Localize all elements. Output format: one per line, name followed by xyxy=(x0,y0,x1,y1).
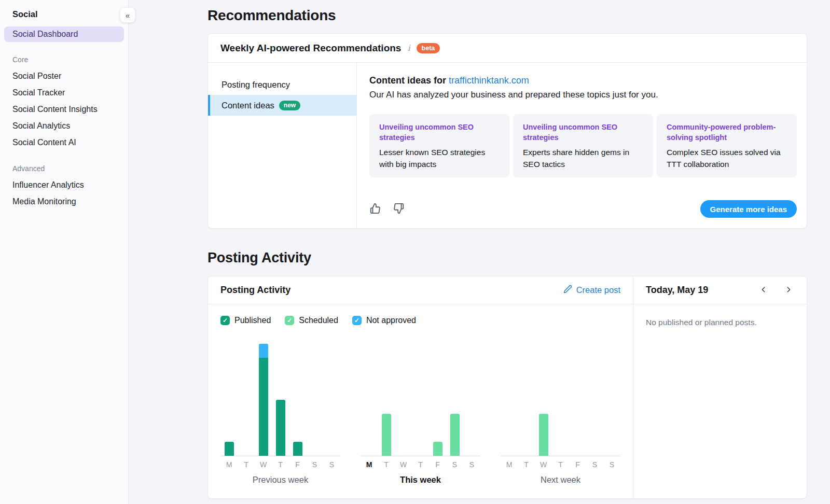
day-label: T xyxy=(378,460,395,469)
chart-day-column xyxy=(535,414,552,456)
week-label: This week xyxy=(361,475,480,485)
bar-segment-scheduled[interactable] xyxy=(382,414,391,456)
sidebar-title: Social xyxy=(0,9,128,26)
chart-day-column xyxy=(272,400,289,456)
today-panel-title: Today, May 19 xyxy=(646,285,708,296)
week-group: MTWTFSSThis week xyxy=(361,338,480,485)
day-label: S xyxy=(603,460,620,469)
bar-segment-published[interactable] xyxy=(259,358,268,456)
sidebar-item-social-content-ai[interactable]: Social Content AI xyxy=(0,134,128,151)
content-ideas-heading: Content ideas for trafficthinktank.com xyxy=(369,75,797,86)
new-badge: new xyxy=(279,101,300,110)
collapse-chevrons-icon: « xyxy=(126,11,130,20)
day-label: M xyxy=(220,460,238,469)
chart-day-column xyxy=(220,442,238,456)
idea-card-body: Experts share hidden gems in SEO tactics xyxy=(523,146,643,171)
chevron-left-icon[interactable] xyxy=(758,284,769,297)
day-label: T xyxy=(238,460,255,469)
sidebar-item-social-poster[interactable]: Social Poster xyxy=(0,68,128,85)
idea-card[interactable]: Unveiling uncommon SEO strategies Lesser… xyxy=(369,114,509,177)
weekly-card-title: Weekly AI-powered Recommendations xyxy=(220,43,401,54)
create-post-link[interactable]: Create post xyxy=(563,285,620,296)
content-ideas-subheading: Our AI has analyzed your business and pr… xyxy=(369,90,797,100)
thumbs-up-icon[interactable] xyxy=(369,203,381,216)
sidebar-item-social-dashboard[interactable]: Social Dashboard xyxy=(4,26,124,42)
day-label: S xyxy=(586,460,603,469)
beta-badge: beta xyxy=(417,43,440,53)
bar-segment-scheduled[interactable] xyxy=(433,442,442,456)
idea-card-body: Complex SEO issues solved via TTT collab… xyxy=(667,146,787,171)
sidebar-item-social-tracker[interactable]: Social Tracker xyxy=(0,85,128,101)
idea-card-title: Unveiling uncommon SEO strategies xyxy=(523,122,643,143)
today-panel-empty-text: No published or planned posts. xyxy=(633,304,807,341)
check-icon: ✓ xyxy=(223,317,228,324)
day-label: S xyxy=(323,460,340,469)
day-label: M xyxy=(361,460,378,469)
weekly-recommendations-card: Weekly AI-powered Recommendations i beta… xyxy=(208,33,807,229)
domain-link[interactable]: trafficthinktank.com xyxy=(449,75,529,86)
idea-card[interactable]: Community-powered problem-solving spotli… xyxy=(657,114,797,177)
posting-activity-card-title: Posting Activity xyxy=(220,285,290,296)
week-label: Next week xyxy=(501,475,620,485)
chart-day-column xyxy=(289,442,306,456)
sidebar: Social « Social Dashboard Core Social Po… xyxy=(0,0,129,504)
chart-axis-line xyxy=(361,456,480,456)
bar-segment-published[interactable] xyxy=(225,442,234,456)
chart-axis-line xyxy=(501,456,620,456)
sidebar-collapse-button[interactable]: « xyxy=(120,7,135,23)
chart-day-column xyxy=(429,442,446,456)
chart-day-column xyxy=(255,344,272,456)
bar-segment-scheduled[interactable] xyxy=(539,414,548,456)
bar-segment-not-approved[interactable] xyxy=(259,344,268,358)
day-label: W xyxy=(395,460,412,469)
sidebar-section-advanced: Advanced xyxy=(12,164,116,173)
sidebar-item-social-content-insights[interactable]: Social Content Insights xyxy=(0,101,128,118)
main-area: Recommendations Weekly AI-powered Recomm… xyxy=(129,0,830,504)
sidebar-item-influencer-analytics[interactable]: Influencer Analytics xyxy=(0,177,128,193)
idea-card[interactable]: Unveiling uncommon SEO strategies Expert… xyxy=(513,114,653,177)
check-icon: ✓ xyxy=(354,317,359,324)
posting-activity-chart: MTWTFSSPrevious weekMTWTFSSThis weekMTWT… xyxy=(220,338,620,485)
idea-card-title: Unveiling uncommon SEO strategies xyxy=(379,122,500,143)
tab-posting-frequency[interactable]: Posting frequency xyxy=(208,74,356,95)
bar-segment-published[interactable] xyxy=(293,442,302,456)
idea-card-body: Lesser known SEO strategies with big imp… xyxy=(379,146,500,171)
day-label: T xyxy=(552,460,569,469)
sidebar-item-social-analytics[interactable]: Social Analytics xyxy=(0,118,128,134)
sidebar-section-core: Core xyxy=(12,55,116,64)
generate-more-ideas-button[interactable]: Generate more ideas xyxy=(700,200,797,218)
published-checkbox[interactable]: ✓ xyxy=(220,316,230,325)
sidebar-item-media-monitoring[interactable]: Media Monitoring xyxy=(0,193,128,210)
legend-item-scheduled[interactable]: ✓ Scheduled xyxy=(285,316,338,325)
thumbs-down-icon[interactable] xyxy=(393,203,405,216)
day-label: T xyxy=(412,460,429,469)
chart-legend: ✓ Published ✓ Scheduled ✓ Not approved xyxy=(220,316,620,325)
today-panel: Today, May 19 No published or planned po… xyxy=(633,276,807,498)
legend-item-not-approved[interactable]: ✓ Not approved xyxy=(352,316,416,325)
posting-activity-card: Posting Activity Create post ✓ Published… xyxy=(208,276,807,499)
day-label: T xyxy=(518,460,535,469)
day-label: F xyxy=(429,460,446,469)
posting-activity-heading: Posting Activity xyxy=(208,250,807,266)
week-group: MTWTFSSNext week xyxy=(501,338,620,485)
chevron-right-icon[interactable] xyxy=(783,284,794,297)
pencil-icon xyxy=(563,285,572,296)
tab-content-ideas[interactable]: Content ideas new xyxy=(208,95,356,116)
chart-day-column xyxy=(446,414,463,456)
day-label: W xyxy=(535,460,552,469)
chart-axis-line xyxy=(220,456,340,456)
chart-day-column xyxy=(378,414,395,456)
week-group: MTWTFSSPrevious week xyxy=(220,338,340,485)
week-label: Previous week xyxy=(220,475,340,485)
page-title: Recommendations xyxy=(208,7,807,24)
info-icon[interactable]: i xyxy=(406,43,411,53)
scheduled-checkbox[interactable]: ✓ xyxy=(285,316,294,325)
check-icon: ✓ xyxy=(287,317,292,324)
day-label: F xyxy=(569,460,586,469)
legend-item-published[interactable]: ✓ Published xyxy=(220,316,271,325)
bar-segment-scheduled[interactable] xyxy=(450,414,460,456)
day-label: S xyxy=(306,460,323,469)
day-label: W xyxy=(255,460,272,469)
bar-segment-published[interactable] xyxy=(276,400,285,456)
not-approved-checkbox[interactable]: ✓ xyxy=(352,316,362,325)
